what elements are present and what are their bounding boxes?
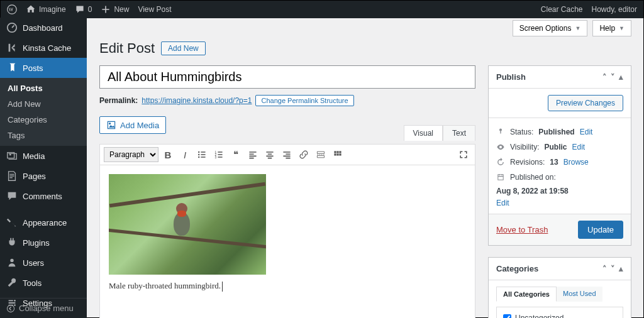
text-cursor	[222, 282, 223, 292]
page-title: Edit Post	[99, 40, 155, 57]
format-select[interactable]: Paragraph	[104, 147, 158, 162]
clear-cache-link[interactable]: Clear Cache	[541, 5, 583, 14]
editor-content[interactable]: Male ruby-throated hummingbird.	[100, 165, 475, 318]
align-center-button[interactable]	[262, 147, 277, 162]
eye-icon	[496, 143, 505, 151]
sidebar-item-label: Tools	[23, 278, 42, 288]
change-permalink-button[interactable]: Change Permalink Structure	[255, 95, 353, 106]
sidebar-sub-all-posts[interactable]: All Posts	[0, 80, 87, 96]
published-edit-link[interactable]: Edit	[496, 199, 509, 207]
sidebar-item-comments[interactable]: Comments	[0, 186, 87, 206]
site-link[interactable]: Imagine	[26, 4, 66, 14]
numbered-list-button[interactable]: 123	[211, 147, 226, 162]
update-button[interactable]: Update	[578, 221, 623, 239]
add-media-button[interactable]: Add Media	[99, 116, 166, 134]
sidebar-item-plugins[interactable]: Plugins	[0, 233, 87, 253]
sidebar-item-label: Posts	[23, 63, 43, 73]
svg-rect-18	[336, 153, 338, 155]
svg-rect-16	[339, 151, 341, 153]
svg-point-3	[10, 259, 13, 262]
move-to-trash-link[interactable]: Move to Trash	[496, 225, 548, 234]
svg-rect-17	[334, 153, 336, 155]
revisions-browse-link[interactable]: Browse	[564, 158, 589, 167]
status-label: Status:	[510, 128, 533, 136]
sidebar-item-label: Pages	[23, 172, 46, 181]
align-right-button[interactable]	[279, 147, 294, 162]
toolbar-toggle-button[interactable]	[330, 147, 345, 162]
add-new-button[interactable]: Add New	[161, 41, 206, 55]
image-caption: Male ruby-throated hummingbird.	[109, 281, 221, 290]
chevron-up-icon[interactable]: ˄	[602, 264, 607, 273]
sidebar-sub-tags[interactable]: Tags	[0, 128, 87, 143]
svg-rect-15	[336, 151, 338, 153]
editor-tab-visual[interactable]: Visual	[404, 125, 443, 141]
sidebar-item-label: Media	[23, 151, 45, 161]
preview-changes-button[interactable]: Preview Changes	[548, 95, 623, 111]
blockquote-button[interactable]: ❝	[228, 147, 243, 162]
align-left-button[interactable]	[245, 147, 260, 162]
sidebar-sub-categories[interactable]: Categories	[0, 112, 87, 128]
revisions-icon	[496, 158, 505, 167]
status-edit-link[interactable]: Edit	[580, 128, 593, 136]
sidebar-item-label: Plugins	[23, 238, 50, 248]
site-name: Imagine	[39, 5, 66, 14]
editor-tab-text[interactable]: Text	[443, 125, 475, 141]
new-link[interactable]: New	[101, 4, 129, 14]
sidebar-sub-add-new[interactable]: Add New	[0, 96, 87, 112]
view-post-link[interactable]: View Post	[138, 5, 171, 14]
wp-logo[interactable]	[7, 4, 17, 14]
categories-tab-all[interactable]: All Categories	[496, 287, 557, 302]
published-value: Aug 8, 2022 at 19:58	[496, 187, 569, 195]
caret-up-icon[interactable]: ▴	[619, 264, 623, 273]
svg-rect-14	[334, 151, 336, 153]
caret-up-icon[interactable]: ▴	[619, 72, 623, 82]
visibility-edit-link[interactable]: Edit	[572, 143, 585, 151]
publish-heading: Publish	[496, 72, 526, 82]
chevron-up-icon[interactable]: ˄	[602, 72, 607, 82]
chevron-down-icon[interactable]: ˅	[611, 72, 615, 82]
chevron-down-icon: ▼	[619, 25, 625, 31]
sidebar-item-pages[interactable]: Pages	[0, 166, 87, 186]
svg-point-10	[198, 156, 199, 158]
collapse-menu[interactable]: Collapse menu	[0, 298, 87, 318]
sidebar-item-label: Kinsta Cache	[23, 43, 71, 53]
revisions-label: Revisions:	[510, 158, 545, 167]
sidebar-item-kinsta[interactable]: Kinsta Cache	[0, 38, 87, 58]
categories-tab-most-used[interactable]: Most Used	[557, 287, 602, 302]
help-button[interactable]: Help▼	[592, 20, 631, 36]
calendar-icon	[496, 173, 505, 182]
status-value: Published	[538, 128, 574, 136]
sidebar-item-media[interactable]: Media	[0, 146, 87, 166]
post-title-input[interactable]	[99, 65, 475, 89]
sidebar-item-tools[interactable]: Tools	[0, 273, 87, 293]
read-more-button[interactable]	[313, 147, 328, 162]
svg-point-7	[109, 123, 111, 124]
post-image[interactable]	[109, 174, 266, 275]
screen-options-button[interactable]: Screen Options▼	[513, 20, 588, 36]
svg-rect-19	[339, 153, 341, 155]
svg-point-9	[198, 154, 199, 155]
link-button[interactable]	[296, 147, 311, 162]
category-item[interactable]: Uncategorized	[503, 314, 616, 318]
howdy-link[interactable]: Howdy, editor	[592, 5, 637, 14]
visibility-label: Visibility:	[510, 143, 539, 151]
svg-point-6	[7, 305, 14, 312]
sidebar-item-posts[interactable]: Posts	[0, 58, 87, 78]
sidebar-item-users[interactable]: Users	[0, 253, 87, 273]
fullscreen-button[interactable]	[456, 147, 471, 162]
svg-point-0	[8, 5, 16, 14]
categories-heading: Categories	[496, 264, 538, 273]
bold-button[interactable]: B	[160, 147, 175, 162]
sidebar-item-dashboard[interactable]: Dashboard	[0, 18, 87, 38]
sidebar-item-label: Users	[23, 258, 44, 268]
category-checkbox[interactable]	[503, 314, 511, 319]
comments-link[interactable]: 0	[75, 4, 92, 14]
chevron-down-icon[interactable]: ˅	[611, 264, 615, 273]
bullet-list-button[interactable]	[194, 147, 209, 162]
italic-button[interactable]: I	[177, 147, 192, 162]
sidebar-item-appearance[interactable]: Appearance	[0, 212, 87, 233]
sidebar-item-label: Appearance	[23, 218, 67, 228]
svg-text:3: 3	[215, 156, 217, 159]
permalink-label: Permalink:	[99, 96, 138, 105]
permalink-url[interactable]: https://imagine.kinsta.cloud/?p=1	[142, 96, 252, 105]
